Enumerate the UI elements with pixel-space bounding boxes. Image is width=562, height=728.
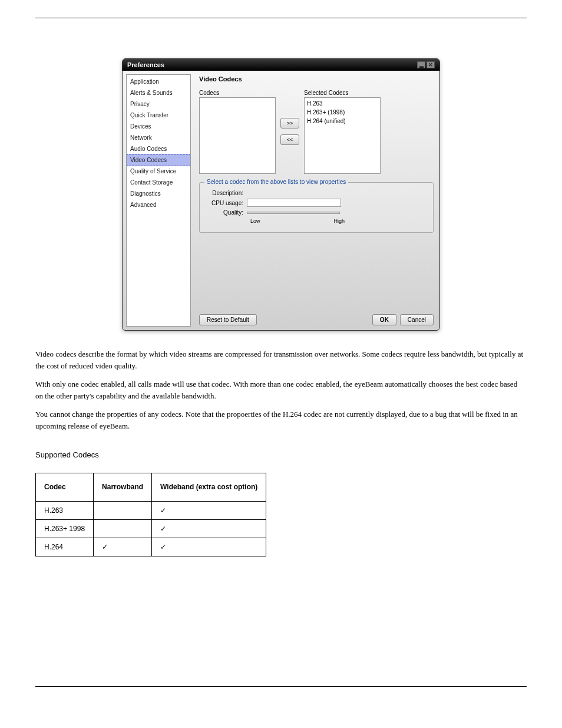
paragraph: Video codecs describe the format by whic… <box>35 348 527 371</box>
sidebar-item-qos[interactable]: Quality of Service <box>127 166 190 177</box>
cell-codec: H.263 <box>36 501 94 519</box>
groupbox-legend: Select a codec from the above lists to v… <box>204 179 348 185</box>
cell-wide: ✓ <box>152 538 266 556</box>
sidebar-item-application[interactable]: Application <box>127 76 190 87</box>
sidebar: Application Alerts & Sounds Privacy Quic… <box>126 74 191 327</box>
sidebar-item-audio-codecs[interactable]: Audio Codecs <box>127 143 190 154</box>
cell-codec: H.264 <box>36 538 94 556</box>
move-right-button[interactable]: >> <box>280 118 299 129</box>
table-row: H.263+ 1998 ✓ <box>36 519 266 538</box>
quality-slider[interactable] <box>247 212 340 214</box>
selected-codecs-label: Selected Codecs <box>304 90 381 96</box>
codec-item[interactable]: H.263 <box>307 99 378 108</box>
sidebar-item-network[interactable]: Network <box>127 132 190 143</box>
cpu-usage-label: CPU usage: <box>206 200 247 206</box>
sidebar-item-privacy[interactable]: Privacy <box>127 98 190 110</box>
table-row: H.263 ✓ <box>36 501 266 519</box>
sidebar-item-advanced[interactable]: Advanced <box>127 199 190 210</box>
supported-heading: Supported Codecs <box>35 449 527 461</box>
sidebar-item-quick-transfer[interactable]: Quick Transfer <box>127 110 190 121</box>
preferences-window: Preferences ▂ ✕ Application Alerts & Sou… <box>122 58 440 331</box>
cancel-button[interactable]: Cancel <box>400 314 434 325</box>
close-button[interactable]: ✕ <box>427 61 435 68</box>
paragraph: You cannot change the properties of any … <box>35 409 527 431</box>
ok-button[interactable]: OK <box>372 314 396 325</box>
slider-high-label: High <box>333 218 345 224</box>
sidebar-item-contact-storage[interactable]: Contact Storage <box>127 177 190 188</box>
slider-low-label: Low <box>250 218 260 224</box>
cell-narrow <box>94 519 152 538</box>
cell-narrow <box>94 501 152 519</box>
sidebar-item-devices[interactable]: Devices <box>127 121 190 132</box>
cpu-usage-field <box>247 199 341 207</box>
body-text: Video codecs describe the format by whic… <box>35 348 527 461</box>
minimize-button[interactable]: ▂ <box>417 61 425 68</box>
reset-button[interactable]: Reset to Default <box>199 314 257 325</box>
titlebar: Preferences ▂ ✕ <box>123 59 439 71</box>
cell-wide: ✓ <box>152 519 266 538</box>
sidebar-item-video-codecs[interactable]: Video Codecs <box>126 154 191 166</box>
window-title: Preferences <box>127 61 164 68</box>
codec-item[interactable]: H.263+ (1998) <box>307 108 378 117</box>
cell-codec: H.263+ 1998 <box>36 519 94 538</box>
table-row: H.264 ✓ ✓ <box>36 538 266 556</box>
sidebar-item-diagnostics[interactable]: Diagnostics <box>127 188 190 199</box>
sidebar-item-alerts-sounds[interactable]: Alerts & Sounds <box>127 87 190 98</box>
codecs-label: Codecs <box>199 90 276 96</box>
th-narrowband: Narrowband <box>94 473 152 501</box>
quality-label: Quality: <box>206 209 247 216</box>
description-label: Description: <box>206 190 247 196</box>
codec-item[interactable]: H.264 (unified) <box>307 117 378 126</box>
available-codecs-list[interactable] <box>199 97 276 174</box>
paragraph: With only one codec enabled, all calls m… <box>35 378 527 401</box>
codec-support-table: Codec Narrowband Wideband (extra cost op… <box>35 473 266 556</box>
cell-narrow: ✓ <box>94 538 152 556</box>
content-panel: Video Codecs Codecs >> << Selected Codec… <box>193 71 439 330</box>
section-title: Video Codecs <box>199 75 434 83</box>
move-left-button[interactable]: << <box>280 134 299 145</box>
cell-wide: ✓ <box>152 501 266 519</box>
properties-groupbox: Select a codec from the above lists to v… <box>199 182 434 233</box>
th-codec: Codec <box>36 473 94 501</box>
selected-codecs-list[interactable]: H.263 H.263+ (1998) H.264 (unified) <box>304 97 381 174</box>
th-wideband: Wideband (extra cost option) <box>152 473 266 501</box>
